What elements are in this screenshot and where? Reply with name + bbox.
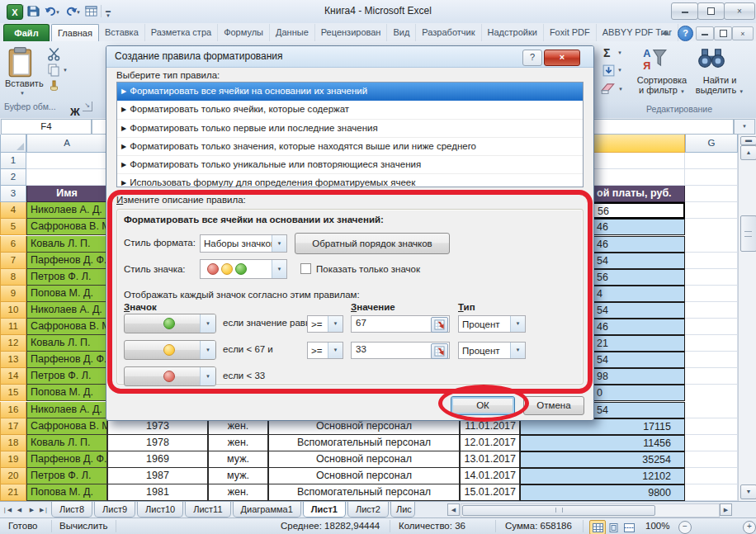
rule-type-item[interactable]: ▶Форматировать только ячейки, которые со… <box>117 101 583 119</box>
chevron-down-icon[interactable]: ▼ <box>200 341 215 359</box>
row-header[interactable]: 11 <box>0 319 26 335</box>
calculate-button[interactable]: Вычислить <box>59 521 108 531</box>
name-cell[interactable]: Сафронова В. М. <box>26 319 107 335</box>
row-header[interactable]: 5 <box>0 219 26 235</box>
next-sheet-icon[interactable]: ▶ <box>26 504 37 516</box>
row-header[interactable]: 21 <box>0 484 26 501</box>
restore-button[interactable] <box>697 2 725 20</box>
rule1-type-dropdown[interactable]: Процент ▼ <box>458 315 526 333</box>
paste-clipboard-icon[interactable] <box>8 46 33 79</box>
date-cell[interactable]: 14.01.2017 <box>460 468 520 484</box>
sheet-tab-Лист9[interactable]: Лист9 <box>94 502 135 517</box>
year-cell[interactable]: 1969 <box>107 451 208 468</box>
rule-type-item[interactable]: ▶Форматировать только первые или последн… <box>117 120 583 138</box>
name-cell[interactable]: Попова М. Д. <box>26 484 107 501</box>
sheet-tab-Лист2[interactable]: Лист2 <box>347 502 389 517</box>
rule1-value-input[interactable]: 67 <box>351 315 450 333</box>
column-header-g[interactable]: G <box>685 135 738 153</box>
salary-cell[interactable]: 11456 <box>520 435 685 451</box>
chevron-down-icon[interactable]: ▼ <box>510 316 525 332</box>
gender-cell[interactable]: жен. <box>208 435 268 451</box>
binoculars-icon[interactable] <box>697 47 725 70</box>
refedit-icon[interactable] <box>431 343 448 359</box>
name-cell[interactable]: Сафронова В. М. <box>26 219 107 235</box>
row-header[interactable]: 6 <box>0 236 26 253</box>
year-cell[interactable]: 1981 <box>107 484 208 501</box>
salary-cell[interactable]: 9800 <box>520 484 685 501</box>
dialog-close-button[interactable]: × <box>544 50 580 66</box>
autosum-dropdown-icon[interactable]: ▼ <box>617 50 622 55</box>
rule-type-item[interactable]: ▶Форматировать только уникальные или пов… <box>117 156 583 174</box>
name-cell[interactable]: Николаев А. Д. <box>26 202 107 219</box>
gender-cell[interactable]: муж. <box>208 468 268 484</box>
salary-cell[interactable]: 35254 <box>520 451 685 468</box>
view-page-layout-icon[interactable] <box>605 520 621 534</box>
ribbon-tab-Формулы[interactable]: Формулы <box>218 24 270 41</box>
rule-type-item[interactable]: ▶Форматировать все ячейки на основании и… <box>117 83 583 101</box>
clipboard-dialog-launcher-icon[interactable]: ↘ <box>83 102 92 111</box>
sheet-tab-Лист8[interactable]: Лист8 <box>51 502 92 517</box>
hscroll-left-icon[interactable]: ◀ <box>447 503 460 516</box>
copy-icon[interactable] <box>47 64 60 78</box>
prev-sheet-icon[interactable]: ◀ <box>14 504 25 516</box>
name-cell[interactable]: Николаев А. Д. <box>26 302 107 319</box>
hscroll-right-icon[interactable]: ▶ <box>720 503 732 516</box>
find-select-button[interactable]: Найти и выделить ▼ <box>687 75 753 95</box>
ribbon-tab-Вид[interactable]: Вид <box>387 24 416 41</box>
ribbon-tab-file[interactable]: Файл <box>3 24 50 42</box>
split-handle[interactable]: ▬ <box>740 136 756 145</box>
row-header[interactable]: 13 <box>0 352 26 368</box>
column-header-a[interactable]: A <box>26 135 107 153</box>
chevron-down-icon[interactable]: ▼ <box>272 260 286 278</box>
cancel-button[interactable]: Отмена <box>523 396 584 415</box>
ribbon-tab-Разработчик[interactable]: Разработчик <box>416 24 481 41</box>
sheet-tab-Лист1[interactable]: Лист1 <box>303 502 346 517</box>
chevron-down-icon[interactable]: ▼ <box>200 367 215 385</box>
ok-button[interactable]: ОК <box>451 396 515 415</box>
name-cell[interactable]: Попова М. Д. <box>26 385 107 401</box>
eraser-icon[interactable] <box>600 83 617 97</box>
minimize-ribbon-icon[interactable] <box>661 31 669 35</box>
row-header[interactable]: 17 <box>0 418 26 435</box>
fill-down-icon[interactable] <box>602 64 616 79</box>
ribbon-tab-Рецензирован[interactable]: Рецензирован <box>315 24 388 41</box>
view-page-break-icon[interactable] <box>621 520 637 534</box>
row-header[interactable]: 8 <box>0 269 26 286</box>
zoom-out-icon[interactable]: − <box>678 521 692 534</box>
row-header[interactable]: 10 <box>0 302 26 319</box>
icon-style-dropdown[interactable]: ▼ <box>200 259 287 279</box>
row-header[interactable]: 16 <box>0 402 26 418</box>
ribbon-tab-Надстройки[interactable]: Надстройки <box>482 24 544 41</box>
row-header[interactable]: 3 <box>0 186 26 202</box>
date-cell[interactable]: 12.01.2017 <box>460 435 520 451</box>
rule2-operator-dropdown[interactable]: >= ▼ <box>307 342 343 359</box>
name-cell[interactable]: Попова М. Д. <box>26 286 107 302</box>
formula-bar-expand-icon[interactable]: ▼ <box>734 119 755 135</box>
workbook-restore-button[interactable] <box>714 26 732 40</box>
workbook-close-button[interactable]: × <box>732 26 754 40</box>
row-header[interactable]: 4 <box>0 202 26 219</box>
date-cell[interactable]: 15.01.2017 <box>460 484 520 501</box>
row-header[interactable]: 12 <box>0 335 26 352</box>
row-header[interactable]: 18 <box>0 435 26 451</box>
sort-filter-icon[interactable]: АЯ <box>642 46 667 73</box>
icon-dropdown-yellow[interactable]: ▼ <box>124 340 216 360</box>
format-style-dropdown[interactable]: Наборы значков ▼ <box>200 234 287 253</box>
zoom-in-icon[interactable]: + <box>743 521 756 534</box>
ribbon-tab-Foxit PDF[interactable]: Foxit PDF <box>544 24 597 41</box>
dialog-help-button[interactable]: ? <box>522 50 542 66</box>
rule-type-item[interactable]: ▶Форматировать только значения, которые … <box>117 138 583 156</box>
zoom-level[interactable]: 100% <box>645 521 669 531</box>
row-header[interactable]: 15 <box>0 385 26 401</box>
name-cell[interactable]: Петров Ф. Л. <box>26 368 107 385</box>
name-cell[interactable]: Парфенов Д. Ф. <box>26 451 107 468</box>
scroll-up-icon[interactable]: ▲ <box>740 145 756 160</box>
bold-button[interactable]: Ж <box>70 106 80 118</box>
dialog-title[interactable]: Создание правила форматирования <box>106 46 593 68</box>
vertical-scrollbar[interactable]: ▬ ▲ ▼ <box>738 135 756 501</box>
last-sheet-icon[interactable]: ▶❘ <box>39 504 50 516</box>
close-button[interactable]: × <box>724 2 755 20</box>
name-box[interactable]: F4 <box>1 119 92 135</box>
year-cell[interactable]: 1978 <box>107 435 208 451</box>
sheet-tab-Лис[interactable]: Лис <box>390 502 415 517</box>
